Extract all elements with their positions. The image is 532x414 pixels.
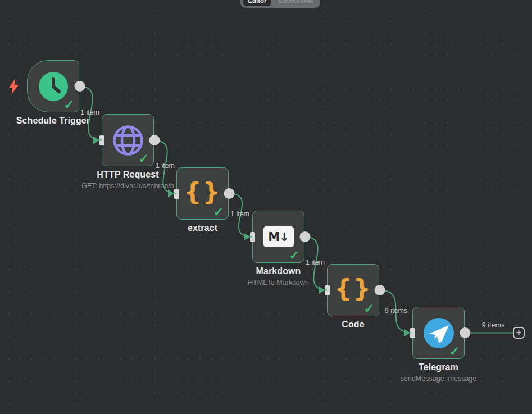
node-schedule-trigger[interactable]: ✓ Schedule Trigger	[27, 60, 79, 112]
success-check-icon: ✓	[449, 345, 460, 358]
telegram-icon	[424, 318, 454, 348]
wire-arrowhead	[168, 190, 174, 198]
node-body[interactable]: ✓	[102, 114, 154, 166]
input-port[interactable]	[325, 285, 330, 295]
wire-arrowhead	[244, 233, 250, 241]
node-body[interactable]: {} ✓	[327, 264, 379, 316]
input-port[interactable]	[174, 189, 179, 199]
node-body[interactable]: {} ✓	[176, 167, 229, 220]
markdown-icon: M↓	[263, 226, 294, 247]
input-port[interactable]	[99, 135, 104, 145]
input-port[interactable]	[410, 328, 415, 338]
wire-arrowhead	[93, 137, 99, 144]
node-code[interactable]: {} ✓ Code	[327, 264, 379, 316]
tab-editor[interactable]: Editor	[243, 0, 271, 6]
node-body[interactable]: ✓	[27, 60, 79, 112]
input-port[interactable]	[250, 232, 255, 242]
node-title: Telegram	[343, 362, 532, 372]
node-body[interactable]: ✓	[412, 307, 465, 359]
wire-arrowhead	[319, 286, 325, 294]
node-markdown[interactable]: M↓ ✓ Markdown HTML to Markdown	[252, 211, 304, 263]
node-body[interactable]: M↓ ✓	[252, 211, 304, 263]
wire-arrowhead	[404, 329, 410, 337]
wire-count-label: 9 items	[385, 307, 407, 315]
node-telegram[interactable]: ✓ Telegram sendMessage: message	[412, 307, 465, 359]
add-node-button[interactable]: +	[513, 327, 525, 339]
success-check-icon: ✓	[364, 303, 374, 315]
tab-executions[interactable]: Executions	[274, 0, 318, 6]
node-subtitle: sendMessage: message	[343, 375, 532, 383]
braces-icon: {}	[184, 180, 221, 208]
success-check-icon: ✓	[213, 206, 224, 219]
clock-icon	[38, 71, 69, 102]
braces-icon: {}	[334, 276, 372, 304]
wire-count-label: 1 item	[306, 258, 325, 266]
node-extract[interactable]: {} ✓ extract	[176, 167, 229, 220]
wire-count-label: 1 item	[80, 108, 99, 116]
lightning-bolt-icon	[9, 79, 19, 94]
editor-executions-tabbar: Editor Executions	[240, 0, 320, 8]
wire-count-label: 1 item	[156, 162, 175, 170]
success-check-icon: ✓	[64, 99, 74, 111]
success-check-icon: ✓	[289, 249, 299, 262]
wire-count-label: 9 items	[482, 321, 504, 329]
wire-count-label: 1 item	[230, 210, 249, 218]
success-check-icon: ✓	[139, 153, 149, 165]
node-http-request[interactable]: ✓ HTTP Request GET: https://divar.ir/s/t…	[102, 114, 154, 166]
